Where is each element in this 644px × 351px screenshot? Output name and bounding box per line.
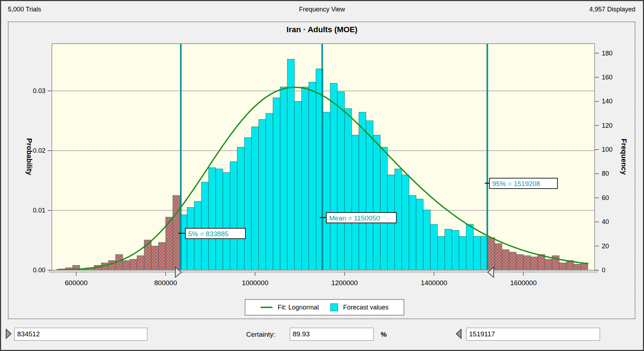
certainty-input[interactable] xyxy=(290,328,374,341)
certainty-label: Certainty: xyxy=(246,331,275,338)
range-min-input[interactable] xyxy=(14,328,147,341)
percent-sign: % xyxy=(381,331,387,338)
min-grabber-icon[interactable] xyxy=(5,328,12,339)
fit-line-swatch xyxy=(260,307,273,308)
max-grabber-icon[interactable] xyxy=(455,328,462,339)
fit-legend-label: Fit: Lognormal xyxy=(278,304,319,311)
certainty-line-5pct[interactable] xyxy=(180,44,181,270)
certainty-line-95pct[interactable] xyxy=(487,44,488,270)
chart-legend: Fit: Lognormal Forecast values xyxy=(245,299,404,316)
forecast-values-label: Forecast values xyxy=(343,304,389,311)
forecast-values-swatch xyxy=(330,303,338,311)
range-max-input[interactable] xyxy=(466,328,600,341)
view-title: Frequency View xyxy=(0,6,644,13)
displayed-count: 4,957 Displayed xyxy=(589,6,635,13)
header-bar: 5,000 Trials Frequency View 4,957 Displa… xyxy=(0,4,644,17)
mean-line[interactable] xyxy=(321,44,323,270)
chart-title: Iran · Adults (MOE) xyxy=(0,25,644,34)
certainty-controls: Certainty: % xyxy=(0,322,644,347)
